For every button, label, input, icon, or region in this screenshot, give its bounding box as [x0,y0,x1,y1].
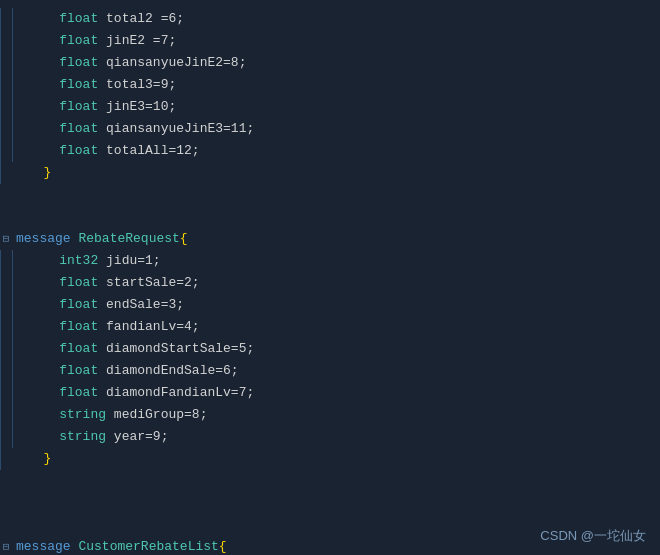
token: string [59,429,106,444]
indent-bar [12,30,24,52]
indent-bar [0,74,12,96]
token: =3; [161,297,184,312]
token: =10; [145,99,176,114]
indent-bar [0,316,12,338]
token: =7; [153,33,176,48]
code-text: float qiansanyueJinE2=8; [24,52,246,74]
token: jidu [98,253,137,268]
collapse-icon[interactable]: ⊟ [0,536,12,555]
indent-bar [0,426,12,448]
token: float [59,341,98,356]
token: float [59,319,98,334]
token: string [59,407,106,422]
code-text: float jinE3=10; [24,96,176,118]
token: int32 [59,253,98,268]
code-text: int32 jidu=1; [24,250,161,272]
token: } [44,165,52,180]
code-line: float diamondFandianLv=7; [0,382,660,404]
token: jinE2 [98,33,153,48]
code-text: float diamondFandianLv=7; [24,382,254,404]
token: mediGroup [106,407,184,422]
code-line: string year=9; [0,426,660,448]
indent-bar [0,118,12,140]
watermark: CSDN @一坨仙女 [540,527,646,545]
code-text: float total2 =6; [24,8,184,30]
indent-bar [0,250,12,272]
empty-line [0,470,660,492]
indent-bar [0,140,12,162]
token: CustomerRebateList [78,539,218,554]
code-line: float endSale=3; [0,294,660,316]
token: =8; [223,55,246,70]
code-line: float qiansanyueJinE3=11; [0,118,660,140]
code-text: float jinE2 =7; [24,30,176,52]
indent-bar [12,294,24,316]
token: qiansanyueJinE3 [98,121,223,136]
code-line: ⊟message RebateRequest{ [0,228,660,250]
indent-bar [12,74,24,96]
indent-bar [0,8,12,30]
token: =12; [168,143,199,158]
code-line: } [0,162,660,184]
code-container: float total2 =6; float jinE2 =7; float q… [0,0,660,555]
code-text: float startSale=2; [24,272,200,294]
token: float [59,275,98,290]
indent-bar [0,294,12,316]
code-text: string year=9; [24,426,168,448]
code-line: float jinE3=10; [0,96,660,118]
collapse-icon[interactable]: ⊟ [0,228,12,250]
indent-bar [12,118,24,140]
indent-bar [12,140,24,162]
empty-line [0,492,660,514]
token: diamondFandianLv [98,385,231,400]
token: =6; [215,363,238,378]
code-text: float diamondStartSale=5; [24,338,254,360]
token: { [180,231,188,246]
token: float [59,385,98,400]
token: float [59,363,98,378]
code-line: float diamondEndSale=6; [0,360,660,382]
token: =11; [223,121,254,136]
token: jinE3 [98,99,145,114]
code-text: float endSale=3; [24,294,184,316]
indent-bar [0,30,12,52]
code-text: } [24,448,51,470]
code-text: string mediGroup=8; [24,404,207,426]
token: float [59,121,98,136]
code-text: float fandianLv=4; [24,316,200,338]
empty-line [0,206,660,228]
code-line: float diamondStartSale=5; [0,338,660,360]
token: diamondStartSale [98,341,231,356]
token: } [44,451,52,466]
code-line: float totalAll=12; [0,140,660,162]
indent-bar [0,338,12,360]
indent-bar [12,8,24,30]
code-line: float qiansanyueJinE2=8; [0,52,660,74]
token: =5; [231,341,254,356]
code-text: message RebateRequest{ [12,228,188,250]
token: fandianLv [98,319,176,334]
code-text: } [24,162,51,184]
token: =8; [184,407,207,422]
indent-bar [0,162,12,184]
indent-bar [12,272,24,294]
token: =9; [145,429,168,444]
indent-bar [0,52,12,74]
token: float [59,99,98,114]
indent-bar [12,338,24,360]
indent-bar [12,382,24,404]
token: =1; [137,253,160,268]
token: =4; [176,319,199,334]
code-line: int32 jidu=1; [0,250,660,272]
token: =9; [153,77,176,92]
token: totalAll [98,143,168,158]
indent-bar [12,52,24,74]
code-text: float total3=9; [24,74,176,96]
indent-bar [0,360,12,382]
token: RebateRequest [78,231,179,246]
token: float [59,55,98,70]
token: endSale [98,297,160,312]
indent-bar [12,96,24,118]
token: diamondEndSale [98,363,215,378]
indent-bar [12,250,24,272]
